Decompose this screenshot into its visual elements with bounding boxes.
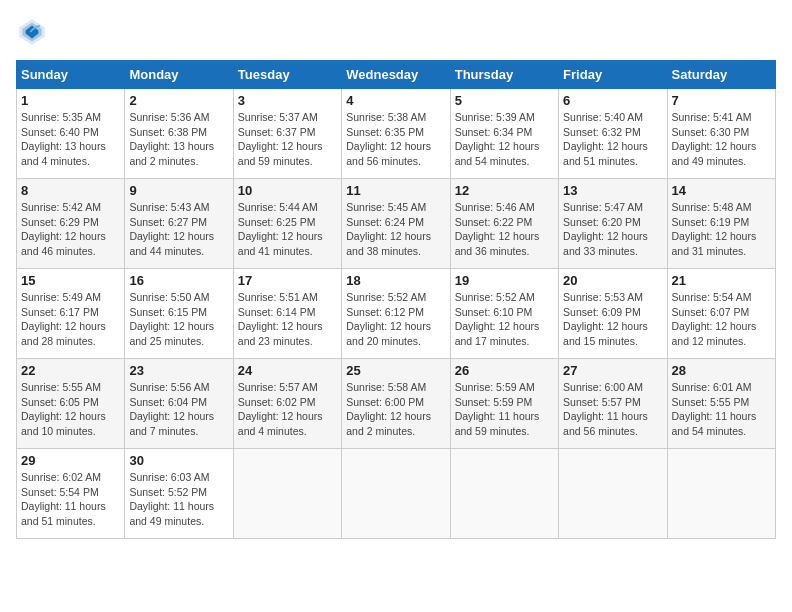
day-number: 5 — [455, 93, 554, 108]
calendar-cell: 4Sunrise: 5:38 AM Sunset: 6:35 PM Daylig… — [342, 89, 450, 179]
days-of-week-row: SundayMondayTuesdayWednesdayThursdayFrid… — [17, 61, 776, 89]
calendar-cell — [559, 449, 667, 539]
calendar-cell: 15Sunrise: 5:49 AM Sunset: 6:17 PM Dayli… — [17, 269, 125, 359]
day-info: Sunrise: 5:49 AM Sunset: 6:17 PM Dayligh… — [21, 290, 120, 349]
calendar-cell: 16Sunrise: 5:50 AM Sunset: 6:15 PM Dayli… — [125, 269, 233, 359]
calendar-cell: 24Sunrise: 5:57 AM Sunset: 6:02 PM Dayli… — [233, 359, 341, 449]
day-number: 13 — [563, 183, 662, 198]
calendar-cell — [342, 449, 450, 539]
calendar-cell: 23Sunrise: 5:56 AM Sunset: 6:04 PM Dayli… — [125, 359, 233, 449]
day-number: 19 — [455, 273, 554, 288]
calendar-cell: 5Sunrise: 5:39 AM Sunset: 6:34 PM Daylig… — [450, 89, 558, 179]
day-number: 23 — [129, 363, 228, 378]
calendar-cell: 17Sunrise: 5:51 AM Sunset: 6:14 PM Dayli… — [233, 269, 341, 359]
day-info: Sunrise: 5:36 AM Sunset: 6:38 PM Dayligh… — [129, 110, 228, 169]
page-header — [16, 16, 776, 48]
day-info: Sunrise: 5:50 AM Sunset: 6:15 PM Dayligh… — [129, 290, 228, 349]
week-row-5: 29Sunrise: 6:02 AM Sunset: 5:54 PM Dayli… — [17, 449, 776, 539]
day-number: 9 — [129, 183, 228, 198]
week-row-4: 22Sunrise: 5:55 AM Sunset: 6:05 PM Dayli… — [17, 359, 776, 449]
calendar-cell: 26Sunrise: 5:59 AM Sunset: 5:59 PM Dayli… — [450, 359, 558, 449]
dow-header-monday: Monday — [125, 61, 233, 89]
calendar-cell: 7Sunrise: 5:41 AM Sunset: 6:30 PM Daylig… — [667, 89, 775, 179]
day-number: 17 — [238, 273, 337, 288]
day-info: Sunrise: 5:41 AM Sunset: 6:30 PM Dayligh… — [672, 110, 771, 169]
day-number: 24 — [238, 363, 337, 378]
week-row-2: 8Sunrise: 5:42 AM Sunset: 6:29 PM Daylig… — [17, 179, 776, 269]
dow-header-friday: Friday — [559, 61, 667, 89]
day-number: 20 — [563, 273, 662, 288]
calendar-cell — [233, 449, 341, 539]
day-info: Sunrise: 5:39 AM Sunset: 6:34 PM Dayligh… — [455, 110, 554, 169]
day-info: Sunrise: 5:43 AM Sunset: 6:27 PM Dayligh… — [129, 200, 228, 259]
day-number: 15 — [21, 273, 120, 288]
calendar-body: 1Sunrise: 5:35 AM Sunset: 6:40 PM Daylig… — [17, 89, 776, 539]
calendar-cell: 8Sunrise: 5:42 AM Sunset: 6:29 PM Daylig… — [17, 179, 125, 269]
day-number: 7 — [672, 93, 771, 108]
calendar-cell: 14Sunrise: 5:48 AM Sunset: 6:19 PM Dayli… — [667, 179, 775, 269]
calendar-cell: 28Sunrise: 6:01 AM Sunset: 5:55 PM Dayli… — [667, 359, 775, 449]
day-info: Sunrise: 6:03 AM Sunset: 5:52 PM Dayligh… — [129, 470, 228, 529]
day-info: Sunrise: 5:48 AM Sunset: 6:19 PM Dayligh… — [672, 200, 771, 259]
day-info: Sunrise: 5:37 AM Sunset: 6:37 PM Dayligh… — [238, 110, 337, 169]
calendar-cell: 13Sunrise: 5:47 AM Sunset: 6:20 PM Dayli… — [559, 179, 667, 269]
day-number: 2 — [129, 93, 228, 108]
day-number: 11 — [346, 183, 445, 198]
day-info: Sunrise: 5:53 AM Sunset: 6:09 PM Dayligh… — [563, 290, 662, 349]
day-info: Sunrise: 5:38 AM Sunset: 6:35 PM Dayligh… — [346, 110, 445, 169]
day-info: Sunrise: 5:58 AM Sunset: 6:00 PM Dayligh… — [346, 380, 445, 439]
week-row-3: 15Sunrise: 5:49 AM Sunset: 6:17 PM Dayli… — [17, 269, 776, 359]
day-info: Sunrise: 5:52 AM Sunset: 6:12 PM Dayligh… — [346, 290, 445, 349]
dow-header-thursday: Thursday — [450, 61, 558, 89]
calendar-cell: 30Sunrise: 6:03 AM Sunset: 5:52 PM Dayli… — [125, 449, 233, 539]
calendar-cell: 12Sunrise: 5:46 AM Sunset: 6:22 PM Dayli… — [450, 179, 558, 269]
calendar-cell: 25Sunrise: 5:58 AM Sunset: 6:00 PM Dayli… — [342, 359, 450, 449]
calendar-cell: 2Sunrise: 5:36 AM Sunset: 6:38 PM Daylig… — [125, 89, 233, 179]
day-number: 16 — [129, 273, 228, 288]
dow-header-saturday: Saturday — [667, 61, 775, 89]
day-number: 4 — [346, 93, 445, 108]
day-number: 14 — [672, 183, 771, 198]
day-info: Sunrise: 5:44 AM Sunset: 6:25 PM Dayligh… — [238, 200, 337, 259]
logo-icon — [16, 16, 48, 48]
calendar-cell — [450, 449, 558, 539]
day-info: Sunrise: 5:57 AM Sunset: 6:02 PM Dayligh… — [238, 380, 337, 439]
day-info: Sunrise: 5:55 AM Sunset: 6:05 PM Dayligh… — [21, 380, 120, 439]
calendar-cell: 1Sunrise: 5:35 AM Sunset: 6:40 PM Daylig… — [17, 89, 125, 179]
day-number: 18 — [346, 273, 445, 288]
day-info: Sunrise: 6:01 AM Sunset: 5:55 PM Dayligh… — [672, 380, 771, 439]
week-row-1: 1Sunrise: 5:35 AM Sunset: 6:40 PM Daylig… — [17, 89, 776, 179]
day-number: 26 — [455, 363, 554, 378]
day-number: 6 — [563, 93, 662, 108]
day-info: Sunrise: 5:54 AM Sunset: 6:07 PM Dayligh… — [672, 290, 771, 349]
logo — [16, 16, 52, 48]
day-number: 25 — [346, 363, 445, 378]
day-info: Sunrise: 5:47 AM Sunset: 6:20 PM Dayligh… — [563, 200, 662, 259]
calendar-cell: 18Sunrise: 5:52 AM Sunset: 6:12 PM Dayli… — [342, 269, 450, 359]
calendar-cell: 29Sunrise: 6:02 AM Sunset: 5:54 PM Dayli… — [17, 449, 125, 539]
calendar-cell: 27Sunrise: 6:00 AM Sunset: 5:57 PM Dayli… — [559, 359, 667, 449]
day-info: Sunrise: 6:00 AM Sunset: 5:57 PM Dayligh… — [563, 380, 662, 439]
calendar-cell — [667, 449, 775, 539]
day-info: Sunrise: 6:02 AM Sunset: 5:54 PM Dayligh… — [21, 470, 120, 529]
day-info: Sunrise: 5:42 AM Sunset: 6:29 PM Dayligh… — [21, 200, 120, 259]
calendar-cell: 19Sunrise: 5:52 AM Sunset: 6:10 PM Dayli… — [450, 269, 558, 359]
day-number: 29 — [21, 453, 120, 468]
calendar-cell: 20Sunrise: 5:53 AM Sunset: 6:09 PM Dayli… — [559, 269, 667, 359]
calendar-cell: 3Sunrise: 5:37 AM Sunset: 6:37 PM Daylig… — [233, 89, 341, 179]
day-info: Sunrise: 5:40 AM Sunset: 6:32 PM Dayligh… — [563, 110, 662, 169]
calendar-cell: 21Sunrise: 5:54 AM Sunset: 6:07 PM Dayli… — [667, 269, 775, 359]
calendar-cell: 10Sunrise: 5:44 AM Sunset: 6:25 PM Dayli… — [233, 179, 341, 269]
dow-header-wednesday: Wednesday — [342, 61, 450, 89]
day-info: Sunrise: 5:52 AM Sunset: 6:10 PM Dayligh… — [455, 290, 554, 349]
dow-header-sunday: Sunday — [17, 61, 125, 89]
day-number: 1 — [21, 93, 120, 108]
dow-header-tuesday: Tuesday — [233, 61, 341, 89]
day-number: 8 — [21, 183, 120, 198]
day-number: 28 — [672, 363, 771, 378]
calendar-cell: 9Sunrise: 5:43 AM Sunset: 6:27 PM Daylig… — [125, 179, 233, 269]
calendar-table: SundayMondayTuesdayWednesdayThursdayFrid… — [16, 60, 776, 539]
calendar-cell: 6Sunrise: 5:40 AM Sunset: 6:32 PM Daylig… — [559, 89, 667, 179]
day-info: Sunrise: 5:46 AM Sunset: 6:22 PM Dayligh… — [455, 200, 554, 259]
day-number: 3 — [238, 93, 337, 108]
